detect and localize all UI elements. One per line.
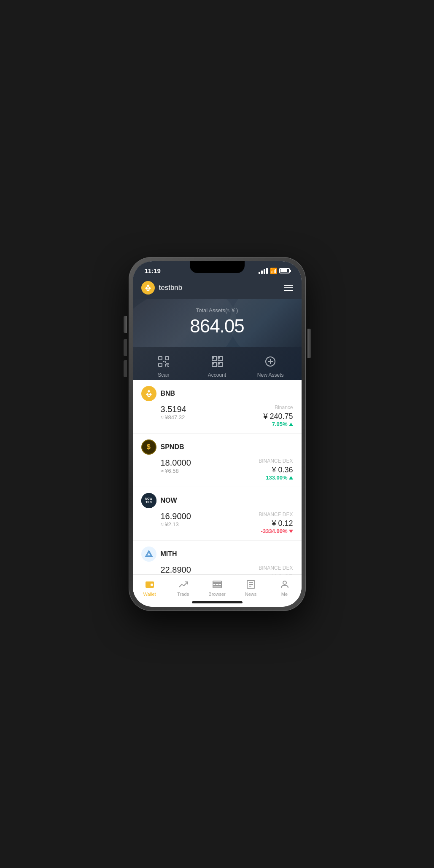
home-bar <box>192 601 243 603</box>
hero-section: Total Assets(≈ ¥ ) 864.05 <box>133 299 302 347</box>
nav-wallet[interactable]: Wallet <box>133 579 167 597</box>
bnb-fiat: ≈ ¥847.32 <box>161 414 186 421</box>
phone-inner: 11:19 📶 <box>133 261 302 607</box>
account-icon <box>209 354 225 370</box>
account-label: Account <box>208 372 226 378</box>
spndb-fiat: ≈ ¥6.58 <box>161 468 191 474</box>
asset-item-mith[interactable]: MITH 22.8900 ≈ ¥8.02 BINANCE DEX ¥ 0.35 … <box>133 541 302 574</box>
wallet-label: Wallet <box>143 592 156 597</box>
news-icon <box>245 579 256 590</box>
nav-trade[interactable]: Trade <box>167 579 200 597</box>
bnb-name: BNB <box>161 390 175 397</box>
svg-marker-28 <box>147 395 150 397</box>
svg-rect-33 <box>213 581 221 588</box>
status-bar: 11:19 📶 <box>133 261 302 277</box>
now-fiat: ≈ ¥2.13 <box>161 521 191 528</box>
menu-button[interactable] <box>284 285 293 291</box>
status-time: 11:19 <box>145 267 161 274</box>
svg-marker-2 <box>145 287 148 290</box>
svg-marker-0 <box>146 284 149 287</box>
svg-rect-19 <box>219 357 220 358</box>
phone-frame: 11:19 📶 <box>129 257 306 611</box>
spndb-exchange: BINANCE DEX <box>259 458 293 464</box>
nav-news[interactable]: News <box>234 579 268 597</box>
svg-point-41 <box>283 581 286 584</box>
new-assets-label: New Assets <box>257 372 284 378</box>
svg-marker-1 <box>148 287 151 290</box>
nav-me[interactable]: Me <box>268 579 302 597</box>
trade-label: Trade <box>177 592 189 597</box>
status-icons: 📶 <box>259 268 290 274</box>
svg-rect-32 <box>151 584 153 586</box>
asset-list: BNB 3.5194 ≈ ¥847.32 Binance ¥ 240.75 7.… <box>133 380 302 574</box>
asset-item-spndb[interactable]: $ SPNDB 18.0000 ≈ ¥6.58 BINANCE DEX ¥ 0.… <box>133 434 302 487</box>
spndb-change-arrow <box>289 476 293 480</box>
trade-icon <box>178 579 189 590</box>
account-button[interactable]: Account <box>190 354 244 378</box>
now-name: NOW <box>161 497 177 504</box>
bottom-nav: Wallet Trade <box>133 574 302 599</box>
nav-browser[interactable]: Browser <box>200 579 234 597</box>
action-bar: Scan <box>133 347 302 380</box>
now-exchange: BINANCE DEX <box>259 512 293 517</box>
svg-marker-3 <box>146 289 149 291</box>
news-label: News <box>245 592 257 597</box>
svg-rect-20 <box>213 363 214 364</box>
new-assets-icon <box>262 354 278 370</box>
mith-logo <box>141 547 156 562</box>
svg-rect-4 <box>159 356 162 360</box>
svg-marker-26 <box>149 393 152 396</box>
bnb-logo <box>141 386 156 401</box>
spndb-change: 133.00% <box>259 474 293 481</box>
header-left: testbnb <box>141 281 183 295</box>
mith-amount: 22.8900 <box>161 565 191 574</box>
total-assets-amount: 864.05 <box>133 316 302 337</box>
app-header: testbnb <box>133 277 302 299</box>
spndb-price: ¥ 0.36 <box>259 466 293 474</box>
bnb-logo-icon <box>141 281 155 295</box>
new-assets-button[interactable]: New Assets <box>244 354 297 378</box>
now-change: -3334.00% <box>259 528 293 534</box>
now-price: ¥ 0.12 <box>259 519 293 528</box>
svg-marker-27 <box>146 393 149 396</box>
screen: 11:19 📶 <box>133 261 302 607</box>
scan-button[interactable]: Scan <box>137 354 191 378</box>
me-icon <box>279 579 290 590</box>
svg-rect-6 <box>159 363 162 367</box>
scan-icon <box>156 354 172 370</box>
notch <box>190 261 245 273</box>
wifi-icon: 📶 <box>270 268 277 274</box>
svg-marker-25 <box>147 390 150 393</box>
bnb-amount: 3.5194 <box>161 405 186 414</box>
bnb-exchange: Binance <box>263 405 293 410</box>
browser-icon <box>212 579 223 590</box>
spndb-amount: 18.0000 <box>161 458 191 468</box>
me-label: Me <box>281 592 288 597</box>
home-indicator <box>133 599 302 607</box>
svg-rect-21 <box>219 363 220 364</box>
username-label: testbnb <box>159 284 183 292</box>
wallet-icon <box>144 579 155 590</box>
now-logo-inline: NOWTKN <box>141 493 156 508</box>
mith-name: MITH <box>161 550 177 558</box>
signal-bars <box>259 268 268 274</box>
browser-label: Browser <box>208 592 225 597</box>
bnb-change: 7.05% <box>263 421 293 427</box>
now-change-arrow <box>289 530 293 533</box>
asset-item-now[interactable]: NOWTOKEN NOWTKN NOW 16.9000 ≈ ¥2 <box>133 487 302 541</box>
mith-exchange: BINANCE DEX <box>259 565 293 571</box>
battery-icon <box>279 268 290 273</box>
svg-line-13 <box>167 366 169 367</box>
total-assets-label: Total Assets(≈ ¥ ) <box>133 307 302 313</box>
now-amount: 16.9000 <box>161 512 191 521</box>
asset-item-bnb[interactable]: BNB 3.5194 ≈ ¥847.32 Binance ¥ 240.75 7.… <box>133 380 302 434</box>
svg-rect-18 <box>213 357 214 358</box>
bnb-change-arrow <box>289 423 293 426</box>
scan-label: Scan <box>158 372 169 378</box>
bnb-price: ¥ 240.75 <box>263 412 293 421</box>
spndb-logo: $ <box>141 439 156 455</box>
spndb-name: SPNDB <box>161 443 184 451</box>
svg-rect-5 <box>165 356 169 360</box>
